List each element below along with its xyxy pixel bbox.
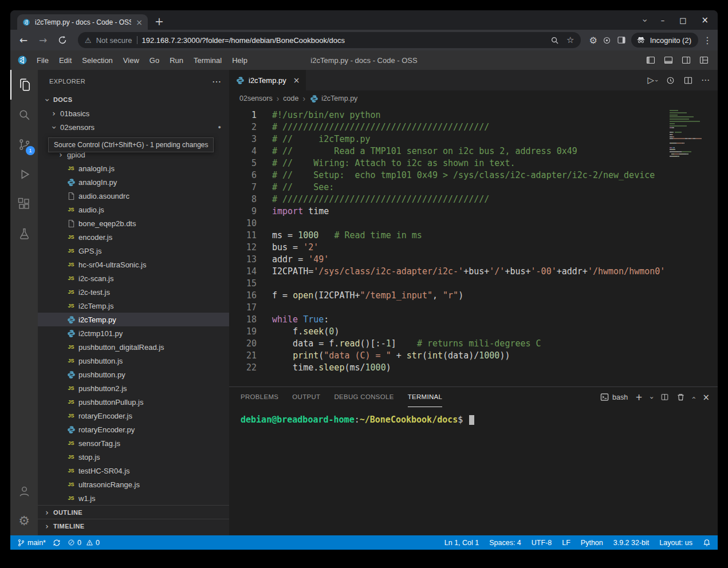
minimize-icon[interactable]: – <box>661 16 665 25</box>
file-i2c-scan-js[interactable]: JSi2c-scan.js <box>38 271 229 285</box>
timeline-history-icon[interactable] <box>666 76 675 85</box>
menu-terminal[interactable]: Terminal <box>188 56 227 65</box>
toggle-panel-icon[interactable] <box>664 56 673 65</box>
status-branch[interactable]: main* <box>17 539 46 547</box>
tab-search-icon[interactable]: › <box>640 19 650 22</box>
file-rotaryencoder-py[interactable]: rotaryEncoder.py <box>38 423 229 436</box>
run-python-file-button[interactable]: ▷ › <box>647 75 658 85</box>
menu-file[interactable]: File <box>32 56 54 65</box>
terminal[interactable]: debian@breadboard-home:~/BoneCookbook/do… <box>229 407 718 535</box>
split-editor-icon[interactable] <box>683 76 693 85</box>
browser-extension-icon-1[interactable]: ⚙ <box>589 35 597 46</box>
reload-icon[interactable] <box>55 36 70 45</box>
file-i2ctemp-py[interactable]: i2cTemp.py <box>38 313 229 326</box>
incognito-badge[interactable]: Incognito (2) <box>631 33 698 48</box>
code-editor[interactable]: 12345678910111213141516171819202122 #!/u… <box>229 107 718 386</box>
code-line[interactable]: print("data (C) = " + str(int(data)/1000… <box>272 350 667 362</box>
code-line[interactable]: f.seek(0) <box>272 326 667 338</box>
file-hc-sr04-ultrasonic-js[interactable]: JShc-sr04-ultraSonic.js <box>38 258 229 271</box>
status-indentation[interactable]: Spaces: 4 <box>489 539 521 547</box>
maximize-icon[interactable]: □ <box>679 16 686 25</box>
not-secure-label[interactable]: Not secure <box>96 36 132 45</box>
activity-account[interactable] <box>10 476 38 506</box>
status-sync-button[interactable] <box>53 539 61 547</box>
browser-menu-icon[interactable]: ⋮ <box>703 35 712 46</box>
code-line[interactable]: # // i2cTemp.py <box>272 133 667 145</box>
file-i2ctmp101-py[interactable]: i2ctmp101.py <box>38 326 229 340</box>
address-bar[interactable]: ⚠ Not secure 192.168.7.2:3000/?folder=/h… <box>78 32 581 48</box>
new-terminal-icon[interactable]: + <box>635 392 643 403</box>
file-ultrasonicrange-js[interactable]: JSultrasonicRange.js <box>38 478 229 491</box>
code-line[interactable] <box>272 278 667 290</box>
file-pushbuttonpullup-js[interactable]: JSpushbuttonPullup.js <box>38 395 229 409</box>
menu-help[interactable]: Help <box>227 56 253 65</box>
not-secure-warning-icon[interactable]: ⚠ <box>85 36 92 45</box>
code-line[interactable]: # // Read a TMP101 sensor on i2c bus 2, … <box>272 145 667 157</box>
minimap[interactable] <box>667 107 718 386</box>
split-terminal-icon[interactable] <box>660 393 669 401</box>
file-analogin-py[interactable]: analogIn.py <box>38 175 229 189</box>
explorer-more-actions-icon[interactable]: ⋯ <box>212 76 221 87</box>
code-line[interactable]: while True: <box>272 314 667 326</box>
section-docs[interactable]: ›DOCS <box>38 93 229 107</box>
toggle-sidebar-icon[interactable] <box>646 56 655 65</box>
file-gps-js[interactable]: JSGPS.js <box>38 244 229 258</box>
toggle-secondary-sidebar-icon[interactable] <box>682 56 691 65</box>
bookmark-star-icon[interactable]: ☆ <box>566 35 574 45</box>
panel-tab-problems[interactable]: PROBLEMS <box>241 387 278 407</box>
code-line[interactable]: time.sleep(ms/1000) <box>272 362 667 374</box>
menu-selection[interactable]: Selection <box>77 56 117 65</box>
window-close-icon[interactable]: × <box>701 15 709 25</box>
code-line[interactable]: # // Setup: echo tmp101 0x49 > /sys/clas… <box>272 169 667 182</box>
kill-terminal-icon[interactable] <box>676 393 685 401</box>
status-encoding[interactable]: UTF-8 <box>532 539 552 547</box>
status-language[interactable]: Python <box>581 539 603 547</box>
breadcrumb[interactable]: 02sensors›code›i2cTemp.py <box>229 90 718 107</box>
side-panel-icon[interactable] <box>616 35 627 45</box>
status-problems[interactable]: 0 0 <box>68 539 100 547</box>
close-panel-icon[interactable]: × <box>702 392 710 403</box>
activity-run-debug[interactable] <box>10 159 38 189</box>
editor-tab-close-icon[interactable]: × <box>293 76 300 85</box>
code-line[interactable]: bus = '2' <box>272 242 667 254</box>
file-encoder-js[interactable]: JSencoder.js <box>38 230 229 244</box>
notifications-bell-icon[interactable] <box>703 539 711 547</box>
status-keyboard-layout[interactable]: Layout: us <box>659 539 692 547</box>
breadcrumb-item-02sensors[interactable]: 02sensors <box>239 94 273 102</box>
breadcrumb-item-code[interactable]: code <box>283 94 298 102</box>
file-stop-js[interactable]: JSstop.js <box>38 450 229 464</box>
panel-tab-output[interactable]: OUTPUT <box>292 387 320 407</box>
url-text[interactable]: 192.168.7.2:3000/?folder=/home/debian/Bo… <box>142 36 546 45</box>
terminal-shell-selector[interactable]: bash <box>600 393 628 401</box>
code-line[interactable]: # // See: <box>272 182 667 194</box>
new-tab-button[interactable]: + <box>155 16 164 27</box>
activity-search[interactable] <box>10 100 38 129</box>
code-line[interactable]: import time <box>272 206 667 218</box>
menu-view[interactable]: View <box>118 56 144 65</box>
file-audio-asoundrc[interactable]: audio.asoundrc <box>38 189 229 203</box>
file-i2ctemp-js[interactable]: JSi2cTemp.js <box>38 299 229 313</box>
activity-settings[interactable]: ⚙ <box>10 506 38 535</box>
code-line[interactable] <box>272 302 667 314</box>
panel-tab-terminal[interactable]: TERMINAL <box>408 387 443 407</box>
file-bone-eqep2b-dts[interactable]: bone_eqep2b.dts <box>38 216 229 230</box>
activity-explorer[interactable] <box>10 70 38 100</box>
menu-run[interactable]: Run <box>164 56 188 65</box>
file-i2c-test-js[interactable]: JSi2c-test.js <box>38 285 229 299</box>
code-line[interactable]: data = f.read()[:-1] # returns mili-degr… <box>272 338 667 350</box>
browser-tab[interactable]: i2cTemp.py - docs - Code - OSS × <box>17 14 148 30</box>
panel-tab-debug-console[interactable]: DEBUG CONSOLE <box>334 387 393 407</box>
editor-more-actions-icon[interactable]: ⋯ <box>701 75 710 85</box>
folder-02sensors[interactable]: ›02sensors● <box>38 120 229 134</box>
code-line[interactable]: # //////////////////////////////////////… <box>272 121 667 133</box>
activity-extensions[interactable] <box>10 189 38 219</box>
status-eol[interactable]: LF <box>562 539 570 547</box>
breadcrumb-item-i2ctemp-py[interactable]: i2cTemp.py <box>309 94 357 103</box>
file-pushbutton-digitalread-js[interactable]: JSpushbutton_digitalRead.js <box>38 340 229 354</box>
code-line[interactable]: #!/usr/bin/env python <box>272 109 667 121</box>
back-icon[interactable]: ← <box>16 34 31 46</box>
editor-tab-i2ctemp-py[interactable]: i2cTemp.py × <box>229 70 306 90</box>
code-line[interactable]: ms = 1000 # Read time in ms <box>272 230 667 242</box>
zoom-icon[interactable] <box>550 36 559 45</box>
tab-close-icon[interactable]: × <box>136 18 143 27</box>
